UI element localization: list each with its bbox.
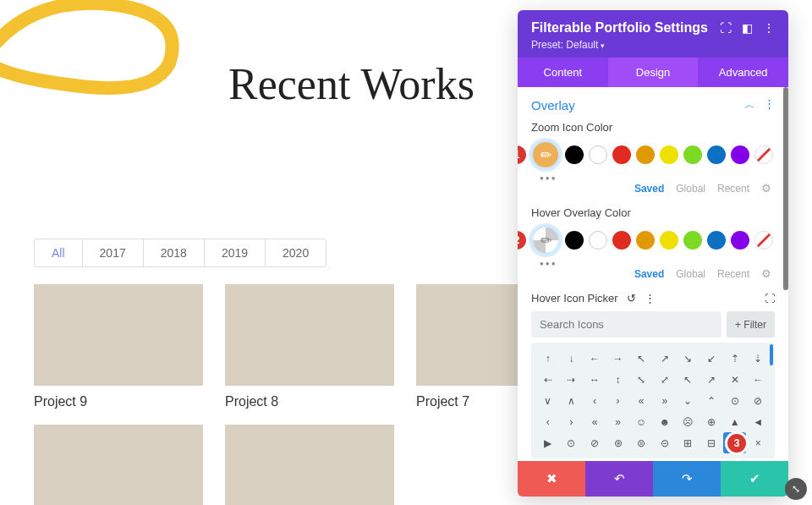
icon-cell[interactable]: › xyxy=(606,390,630,411)
icon-cell[interactable]: » xyxy=(606,411,630,432)
more-dots-icon[interactable]: ●●● xyxy=(540,260,775,267)
icon-cell[interactable]: « xyxy=(583,411,606,432)
icon-cell[interactable]: ⊝ xyxy=(653,432,677,453)
icon-cell[interactable]: ↙ xyxy=(700,348,723,369)
swatch-tab-global[interactable]: Global xyxy=(676,268,705,280)
icon-cell[interactable]: ‹ xyxy=(536,411,560,432)
section-title[interactable]: Overlay xyxy=(531,98,575,113)
icon-cell[interactable]: ⊘ xyxy=(583,432,606,453)
scrollbar[interactable] xyxy=(783,87,788,290)
filter-all[interactable]: All xyxy=(35,239,83,266)
icon-cell[interactable]: ⊙ xyxy=(560,432,584,453)
filter-2017[interactable]: 2017 xyxy=(83,239,144,266)
icon-cell[interactable]: ↖ xyxy=(677,369,700,390)
icon-cell[interactable]: ↗ xyxy=(653,348,677,369)
icon-cell[interactable]: ← xyxy=(746,369,770,390)
icon-cell[interactable]: ⊘ xyxy=(746,390,770,411)
preset-dropdown[interactable]: Preset: Default xyxy=(531,39,775,51)
icon-cell[interactable]: ↗ xyxy=(700,369,723,390)
swatch-none[interactable] xyxy=(754,231,773,250)
swatch-tab-recent[interactable]: Recent xyxy=(717,268,749,280)
icon-cell[interactable]: ⌃ xyxy=(700,390,723,411)
swatch-orange[interactable] xyxy=(636,231,655,250)
icon-cell[interactable]: ↘ xyxy=(677,348,700,369)
icon-cell[interactable]: ⇡ xyxy=(723,348,747,369)
icon-cell[interactable]: ☹ xyxy=(677,411,700,432)
expand-icon[interactable]: ⛶ xyxy=(720,21,732,35)
resize-handle[interactable]: ⤡ xyxy=(785,478,807,500)
icon-cell[interactable]: ⊙ xyxy=(723,390,747,411)
swatch-blue[interactable] xyxy=(707,145,726,164)
icon-cell[interactable]: ◄ xyxy=(746,411,770,432)
icon-cell[interactable]: ⇠ xyxy=(536,369,560,390)
icon-cell[interactable]: ⇢ xyxy=(560,369,584,390)
swatch-blue[interactable] xyxy=(707,231,726,250)
swatch-black[interactable] xyxy=(565,145,584,164)
tab-advanced[interactable]: Advanced xyxy=(698,58,788,87)
icon-cell[interactable]: ⇣ xyxy=(746,348,770,369)
filter-button[interactable]: + Filter xyxy=(727,311,775,338)
icon-cell[interactable]: ▶ xyxy=(536,432,560,453)
swatch-red[interactable] xyxy=(612,145,631,164)
section-more-icon[interactable]: ⋮ xyxy=(764,97,775,113)
icon-cell[interactable]: ‹ xyxy=(583,390,606,411)
icon-grid-scrollbar[interactable] xyxy=(770,344,773,457)
icon-cell[interactable]: ⊜ xyxy=(629,432,653,453)
icon-cell[interactable]: ← xyxy=(583,348,606,369)
picker-more-icon[interactable]: ⋮ xyxy=(645,292,656,305)
tab-content[interactable]: Content xyxy=(518,58,608,87)
icon-cell[interactable]: ⊟ xyxy=(700,432,723,453)
more-icon[interactable]: ⋮ xyxy=(763,21,775,35)
redo-button[interactable]: ↷ xyxy=(653,461,721,497)
icon-cell[interactable]: ▲ xyxy=(723,411,747,432)
portfolio-item[interactable]: Project 8 xyxy=(225,284,394,409)
icon-cell[interactable]: ↔ xyxy=(583,369,606,390)
icon-cell[interactable]: ↕ xyxy=(606,369,630,390)
gear-icon[interactable]: ⚙ xyxy=(761,267,771,280)
snap-icon[interactable]: ◧ xyxy=(742,21,753,35)
filter-2019[interactable]: 2019 xyxy=(205,239,266,266)
icon-cell[interactable]: ⊞ xyxy=(677,432,700,453)
icon-cell[interactable]: ⌄ xyxy=(677,390,700,411)
icon-cell[interactable]: ↓ xyxy=(560,348,584,369)
filter-2018[interactable]: 2018 xyxy=(144,239,205,266)
icon-cell[interactable]: → xyxy=(606,348,630,369)
color-picker-btn[interactable]: ✎ xyxy=(531,226,560,255)
color-picker-btn[interactable]: ✎ xyxy=(531,140,560,169)
icon-cell[interactable]: ✕ xyxy=(723,369,747,390)
cancel-button[interactable]: ✖ xyxy=(518,461,585,497)
swatch-tab-global[interactable]: Global xyxy=(676,183,705,195)
icon-cell[interactable]: ⊕ xyxy=(700,411,723,432)
collapse-icon[interactable]: ︿ xyxy=(744,97,755,113)
icon-cell[interactable]: › xyxy=(560,411,584,432)
tab-design[interactable]: Design xyxy=(608,58,699,87)
icon-cell[interactable]: ⤢ xyxy=(653,369,677,390)
undo-button[interactable]: ↶ xyxy=(585,461,653,497)
more-dots-icon[interactable]: ●●● xyxy=(540,174,775,182)
swatch-purple[interactable] xyxy=(731,231,749,250)
icon-cell[interactable]: ∧ xyxy=(560,390,584,411)
icon-cell[interactable]: ↖ xyxy=(629,348,653,369)
icon-cell[interactable]: ∨ xyxy=(536,390,560,411)
swatch-black[interactable] xyxy=(565,231,584,250)
swatch-tab-recent[interactable]: Recent xyxy=(717,183,749,195)
icon-cell[interactable]: × xyxy=(746,432,770,453)
icon-cell[interactable]: ⤡ xyxy=(629,369,653,390)
swatch-yellow[interactable] xyxy=(660,231,678,250)
icon-cell[interactable]: « xyxy=(629,390,653,411)
save-button[interactable]: ✔ xyxy=(721,461,788,497)
swatch-white[interactable] xyxy=(589,145,607,164)
swatch-orange[interactable] xyxy=(636,145,655,164)
swatch-tab-saved[interactable]: Saved xyxy=(634,183,664,195)
icon-cell[interactable]: ☺ xyxy=(629,411,653,432)
swatch-yellow[interactable] xyxy=(660,145,678,164)
portfolio-item[interactable] xyxy=(225,425,394,505)
portfolio-item[interactable]: Project 9 xyxy=(34,284,203,409)
swatch-white[interactable] xyxy=(589,231,607,250)
swatch-green[interactable] xyxy=(683,145,702,164)
swatch-tab-saved[interactable]: Saved xyxy=(634,268,664,280)
gear-icon[interactable]: ⚙ xyxy=(761,182,771,195)
icon-cell[interactable]: ☻ xyxy=(653,411,677,432)
swatch-none[interactable] xyxy=(754,145,773,164)
icon-cell[interactable]: ↑ xyxy=(536,348,560,369)
